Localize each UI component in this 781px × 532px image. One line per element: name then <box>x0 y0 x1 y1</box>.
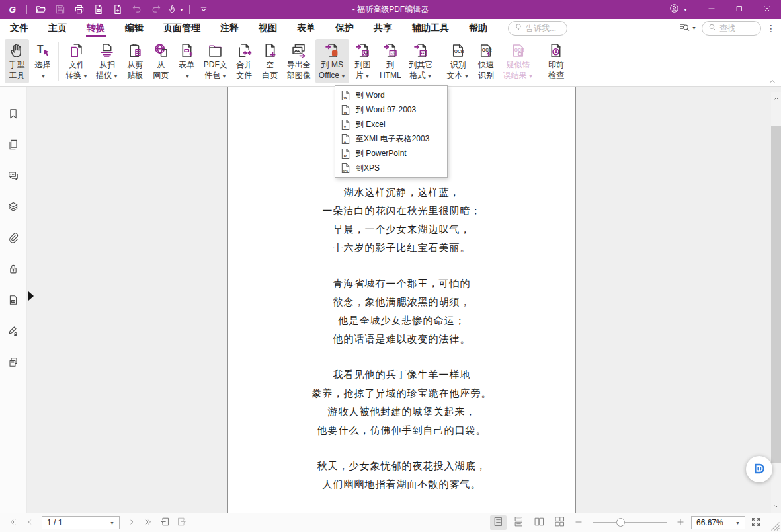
close-button[interactable] <box>753 0 781 19</box>
ribbon-button-label: 表单 <box>179 59 194 70</box>
tab-表单[interactable]: 表单 <box>287 19 325 38</box>
menu-item-至XML电子表格2003[interactable]: x至XML电子表格2003 <box>335 132 447 146</box>
merge-files-button[interactable]: 合并文件 <box>232 39 257 83</box>
tell-me-box[interactable] <box>508 21 567 36</box>
ai-assistant-button[interactable] <box>746 456 772 482</box>
continuous-view-button[interactable] <box>511 515 527 530</box>
zoom-in-button[interactable] <box>674 516 687 529</box>
maximize-button[interactable] <box>725 0 753 19</box>
undo-button[interactable] <box>128 1 145 17</box>
previous-view-button[interactable] <box>158 516 171 529</box>
to-ms-office-icon <box>323 42 341 59</box>
save-button[interactable] <box>52 1 69 17</box>
scrollbar-thumb[interactable] <box>771 126 781 463</box>
page-thumbnails-panel-button[interactable] <box>6 137 21 152</box>
tab-页面管理[interactable]: 页面管理 <box>153 19 210 38</box>
hand-tool-button[interactable]: 手型工具 <box>5 39 29 83</box>
ocr-text-button[interactable]: OCR识别文本▼ <box>444 39 473 83</box>
more-options-icon[interactable]: ⋮ <box>766 26 776 30</box>
tab-文件[interactable]: 文件 <box>0 19 38 38</box>
lightbulb-icon <box>514 22 523 32</box>
account-button[interactable]: ▼ <box>669 3 688 16</box>
document-plus-button[interactable] <box>109 1 126 17</box>
menu-item-到 Word 97-2003[interactable]: w到 Word 97-2003 <box>335 102 447 117</box>
tell-me-input[interactable] <box>526 24 563 33</box>
signatures-panel-button[interactable] <box>6 324 21 338</box>
full-screen-button[interactable] <box>749 516 762 529</box>
tab-转换[interactable]: 转换 <box>77 19 115 38</box>
previous-page-button[interactable] <box>23 516 36 529</box>
tab-共享[interactable]: 共享 <box>364 19 402 38</box>
tab-保护[interactable]: 保护 <box>325 19 364 38</box>
from-scanner-button[interactable]: 从扫描仪▼ <box>93 39 122 83</box>
page-number-box[interactable]: 1 / 1 ▼ <box>42 516 120 529</box>
facing-continuous-view-button[interactable] <box>552 515 568 530</box>
find-input[interactable] <box>719 24 753 33</box>
tab-编辑[interactable]: 编辑 <box>115 19 153 38</box>
open-file-button[interactable] <box>32 1 50 17</box>
tab-辅助工具[interactable]: 辅助工具 <box>402 19 459 38</box>
blank-page-button[interactable]: 空白页 <box>258 39 282 83</box>
chevron-up-icon <box>773 95 780 102</box>
scroll-up-arrow[interactable] <box>771 95 781 104</box>
security-panel-button[interactable] <box>6 262 21 276</box>
ocr-suspects-button[interactable]: OCR疑似错误结果▼ <box>499 39 536 83</box>
to-ms-office-button[interactable]: 到 MSOffice▼ <box>315 39 349 83</box>
last-page-button[interactable] <box>142 516 155 529</box>
to-html-button[interactable]: </>到HTML <box>376 39 405 83</box>
comments-panel-button[interactable] <box>6 169 21 183</box>
advanced-search-button[interactable]: ▼ <box>678 21 696 35</box>
menu-item-到 Word[interactable]: w到 Word <box>335 88 447 102</box>
attachments-panel-button[interactable] <box>6 231 21 245</box>
bookmarks-panel-button[interactable] <box>6 106 21 121</box>
select-tool-button[interactable]: T选择▼ <box>30 39 55 83</box>
menu-item-到XPS[interactable]: XPS到XPS <box>335 161 447 175</box>
hand-pointer-button[interactable]: ▼ <box>167 1 184 17</box>
articles-panel-button[interactable] <box>6 355 21 369</box>
file-convert-button[interactable]: 文件转换▼ <box>62 39 91 83</box>
tab-注释[interactable]: 注释 <box>210 19 249 38</box>
customize-toolbar-button[interactable] <box>195 1 212 17</box>
document-minus-button[interactable] <box>90 1 107 17</box>
menu-item-到 PowerPoint[interactable]: P到 PowerPoint <box>335 146 447 161</box>
next-view-button[interactable] <box>175 516 188 529</box>
form-button[interactable]: 表单▼ <box>175 39 199 83</box>
redo-button[interactable] <box>147 1 165 17</box>
quick-ocr-button[interactable]: OCR快速识别 <box>473 39 498 83</box>
hand-pointer-icon <box>167 3 178 15</box>
find-box[interactable] <box>702 21 761 36</box>
to-other-format-button[interactable]: 到其它格式▼ <box>406 39 436 83</box>
document-minus-icon <box>93 3 104 15</box>
zoom-value-box[interactable]: 66.67% ▼ <box>691 516 745 529</box>
scroll-down-arrow[interactable] <box>771 502 781 512</box>
preflight-button[interactable]: A印前检查 <box>544 39 568 83</box>
export-images-button[interactable]: 导出全部图像 <box>284 39 314 83</box>
resize-grip[interactable] <box>770 521 780 531</box>
first-page-button[interactable] <box>7 516 20 529</box>
tab-主页[interactable]: 主页 <box>38 19 77 38</box>
vertical-scrollbar[interactable] <box>771 92 781 513</box>
panel-expand-arrow[interactable] <box>28 291 34 301</box>
menu-item-到 Excel[interactable]: x到 Excel <box>335 117 447 132</box>
to-image-button[interactable]: 到图片▼ <box>350 39 375 83</box>
from-web-button[interactable]: 从网页 <box>149 39 173 83</box>
zoom-slider-knob[interactable] <box>616 518 625 527</box>
from-clipboard-button[interactable]: 从剪贴板 <box>123 39 147 83</box>
svg-text:OCR: OCR <box>454 49 464 54</box>
print-button[interactable] <box>71 1 88 17</box>
collapse-ribbon-button[interactable] <box>768 77 778 86</box>
chevron-down-small-icon <box>773 502 780 512</box>
zoom-in-icon <box>676 517 685 527</box>
pdf-package-button[interactable]: PDF文件包▼ <box>200 39 231 83</box>
single-page-view-button[interactable] <box>490 515 507 530</box>
form-fields-panel-button[interactable] <box>6 293 21 307</box>
zoom-slider[interactable] <box>593 522 667 523</box>
minimize-button[interactable] <box>698 0 725 19</box>
layers-panel-button[interactable] <box>6 200 21 214</box>
facing-view-button[interactable] <box>531 515 548 530</box>
tab-帮助[interactable]: 帮助 <box>459 19 497 38</box>
zoom-out-button[interactable] <box>572 516 585 529</box>
next-page-button[interactable] <box>125 516 138 529</box>
layers-icon <box>7 200 20 213</box>
tab-视图[interactable]: 视图 <box>249 19 287 38</box>
